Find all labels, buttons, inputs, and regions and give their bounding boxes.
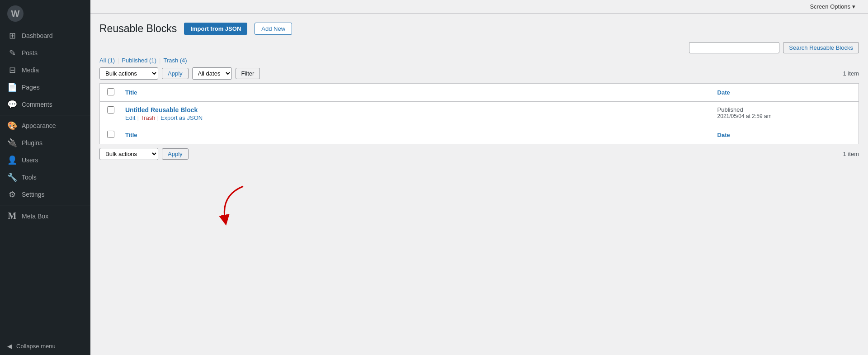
- posts-icon: ✎: [7, 48, 17, 58]
- sidebar-logo: W: [0, 0, 90, 27]
- sidebar-item-appearance[interactable]: 🎨 Appearance: [0, 117, 90, 134]
- sidebar-item-tools[interactable]: 🔧 Tools: [0, 169, 90, 186]
- table-row: Untitled Reusable Block Edit | Trash | E…: [100, 102, 859, 126]
- table-body: Untitled Reusable Block Edit | Trash | E…: [100, 102, 859, 126]
- apply-button-top[interactable]: Apply: [162, 68, 189, 79]
- trash-link[interactable]: Trash: [141, 114, 156, 121]
- filter-separator-1: |: [118, 57, 119, 64]
- select-all-checkbox[interactable]: [107, 88, 114, 95]
- page-header: Reusable Blocks Import from JSON Add New: [99, 23, 859, 35]
- screen-options-chevron-icon: ▾: [852, 3, 855, 10]
- sidebar: W ⊞ Dashboard ✎ Posts ⊟ Media 📄 Pages 💬 …: [0, 0, 90, 355]
- sidebar-item-dashboard[interactable]: ⊞ Dashboard: [0, 27, 90, 44]
- row-date: Published 2021/05/04 at 2:59 am: [717, 106, 851, 119]
- sidebar-item-label: Tools: [22, 174, 37, 181]
- title-column-header[interactable]: Title: [118, 84, 710, 102]
- settings-icon: ⚙: [7, 189, 17, 199]
- search-row: Search Reusable Blocks: [99, 42, 859, 53]
- date-column-footer[interactable]: Date: [710, 126, 859, 144]
- dashboard-icon: ⊞: [7, 31, 17, 41]
- action-separator-2: |: [157, 114, 159, 121]
- sidebar-item-plugins[interactable]: 🔌 Plugins: [0, 134, 90, 151]
- search-input[interactable]: [689, 42, 779, 53]
- page-title: Reusable Blocks: [99, 23, 177, 35]
- filter-published-link[interactable]: Published (1): [122, 57, 156, 64]
- table-header-row: Title Date: [100, 84, 859, 102]
- top-item-count: 1 item: [843, 70, 859, 77]
- sidebar-item-label: Users: [22, 156, 38, 164]
- apply-button-bottom[interactable]: Apply: [162, 148, 189, 160]
- sidebar-item-label: Plugins: [22, 139, 42, 147]
- sidebar-item-label: Settings: [22, 191, 45, 198]
- row-date-value: 2021/05/04 at 2:59 am: [717, 113, 851, 119]
- appearance-icon: 🎨: [7, 121, 17, 131]
- title-column-footer[interactable]: Title: [118, 126, 710, 144]
- row-checkbox-cell: [100, 102, 118, 126]
- sidebar-item-label: Media: [22, 66, 39, 74]
- plugins-icon: 🔌: [7, 138, 17, 148]
- select-all-footer: [100, 126, 118, 144]
- sidebar-item-comments[interactable]: 💬 Comments: [0, 96, 90, 113]
- sidebar-item-label: Dashboard: [22, 32, 53, 39]
- sidebar-item-media[interactable]: ⊟ Media: [0, 62, 90, 79]
- wp-logo-icon: W: [7, 5, 24, 22]
- sidebar-item-label: Comments: [22, 101, 52, 108]
- tools-icon: 🔧: [7, 172, 17, 182]
- filter-button[interactable]: Filter: [236, 68, 260, 79]
- collapse-label: Collapse menu: [16, 343, 56, 350]
- edit-link[interactable]: Edit: [125, 114, 135, 121]
- filter-trash-link[interactable]: Trash (4): [163, 57, 187, 64]
- screen-options-label: Screen Options: [810, 3, 850, 10]
- row-checkbox[interactable]: [107, 106, 114, 114]
- topbar: Screen Options ▾: [90, 0, 868, 14]
- sidebar-item-metabox[interactable]: M Meta Box: [0, 207, 90, 225]
- sidebar-divider: [0, 115, 90, 115]
- date-column-header[interactable]: Date: [710, 84, 859, 102]
- sidebar-item-settings[interactable]: ⚙ Settings: [0, 186, 90, 203]
- collapse-icon: ◀: [7, 343, 12, 350]
- bottom-item-count: 1 item: [843, 151, 859, 157]
- filter-all-link[interactable]: All (1): [99, 57, 115, 64]
- sidebar-item-pages[interactable]: 📄 Pages: [0, 79, 90, 96]
- export-json-link[interactable]: Export as JSON: [160, 114, 203, 121]
- add-new-button[interactable]: Add New: [255, 23, 292, 35]
- bulk-actions-select-top[interactable]: Bulk actions: [99, 67, 158, 80]
- select-all-header: [100, 84, 118, 102]
- sidebar-item-users[interactable]: 👤 Users: [0, 151, 90, 169]
- sidebar-item-label: Meta Box: [22, 213, 48, 220]
- row-actions: Edit | Trash | Export as JSON: [125, 114, 703, 121]
- reusable-blocks-table: Title Date Untitled Reusable Block: [99, 83, 859, 144]
- metabox-icon: M: [7, 211, 17, 221]
- sidebar-divider-2: [0, 205, 90, 205]
- date-filter-select[interactable]: All dates: [192, 67, 232, 80]
- sidebar-item-label: Pages: [22, 84, 40, 91]
- comments-icon: 💬: [7, 99, 17, 109]
- import-from-json-button[interactable]: Import from JSON: [184, 23, 247, 35]
- filter-links: All (1) | Published (1) | Trash (4): [99, 57, 859, 64]
- row-date-cell: Published 2021/05/04 at 2:59 am: [710, 102, 859, 126]
- annotation-arrow: [212, 182, 248, 227]
- bulk-actions-select-bottom[interactable]: Bulk actions: [99, 148, 158, 160]
- filter-separator-2: |: [159, 57, 160, 64]
- row-date-status: Published: [717, 106, 851, 113]
- table-container: Title Date Untitled Reusable Block: [99, 83, 859, 144]
- content-area: Reusable Blocks Import from JSON Add New…: [90, 14, 868, 355]
- search-reusable-blocks-button[interactable]: Search Reusable Blocks: [783, 42, 859, 53]
- row-title-link[interactable]: Untitled Reusable Block: [125, 106, 198, 114]
- screen-options-button[interactable]: Screen Options ▾: [806, 1, 859, 12]
- bottom-toolbar: Bulk actions Apply 1 item: [99, 148, 859, 160]
- table-footer-row: Title Date: [100, 126, 859, 144]
- main-content: Screen Options ▾ Reusable Blocks Import …: [90, 0, 868, 355]
- action-separator-1: |: [137, 114, 138, 121]
- pages-icon: 📄: [7, 82, 17, 92]
- row-title-cell: Untitled Reusable Block Edit | Trash | E…: [118, 102, 710, 126]
- select-all-footer-checkbox[interactable]: [107, 131, 114, 138]
- users-icon: 👤: [7, 155, 17, 165]
- sidebar-item-label: Appearance: [22, 122, 56, 129]
- sidebar-item-posts[interactable]: ✎ Posts: [0, 44, 90, 62]
- top-toolbar: Bulk actions Apply All dates Filter 1 it…: [99, 67, 859, 80]
- media-icon: ⊟: [7, 65, 17, 75]
- collapse-menu-button[interactable]: ◀ Collapse menu: [0, 337, 90, 355]
- sidebar-item-label: Posts: [22, 49, 38, 57]
